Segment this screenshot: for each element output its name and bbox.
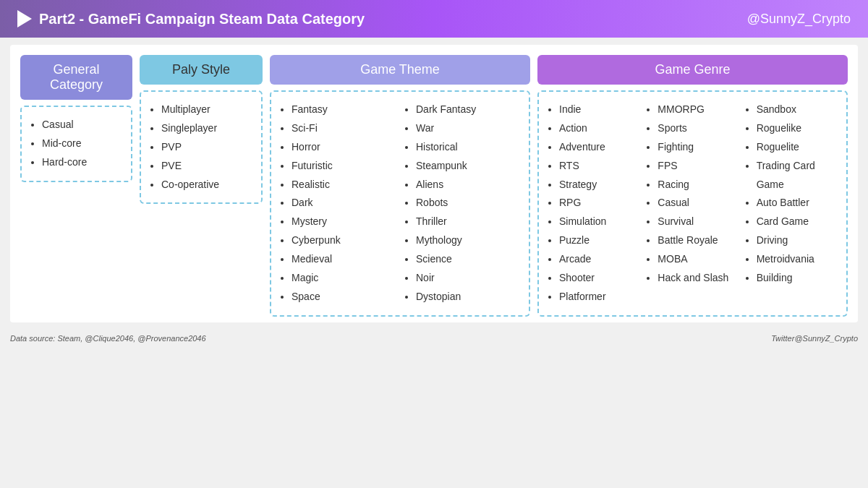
list-item: Battle Royale bbox=[658, 231, 740, 250]
list-item: Dark bbox=[292, 194, 397, 213]
list-item: Mystery bbox=[292, 213, 397, 231]
list-item: Strategy bbox=[559, 176, 642, 194]
theme-col1: Fantasy Sci-Fi Horror Futuristic Realist… bbox=[278, 100, 397, 307]
list-item: Multiplayer bbox=[161, 100, 254, 119]
list-item: Noir bbox=[416, 269, 522, 288]
list-item: RPG bbox=[559, 194, 642, 213]
list-item: Card Game bbox=[757, 213, 839, 231]
footer-source: Data source: Steam, @Clique2046, @Proven… bbox=[10, 334, 206, 343]
list-item: PVP bbox=[161, 138, 254, 157]
col-genre: Game Genre Indie Action Adventure RTS St… bbox=[537, 55, 848, 317]
header-handle: @SunnyZ_Crypto bbox=[747, 12, 851, 27]
list-item: Shooter bbox=[559, 269, 642, 288]
list-item: Historical bbox=[416, 138, 522, 157]
theme-col2: Dark Fantasy War Historical Steampunk Al… bbox=[403, 100, 522, 307]
list-item: PVE bbox=[161, 157, 254, 176]
list-item: Trading Card Game bbox=[757, 157, 839, 194]
list-item: Hack and Slash bbox=[658, 269, 740, 288]
list-item: Driving bbox=[757, 231, 839, 250]
footer: Data source: Steam, @Clique2046, @Proven… bbox=[0, 330, 868, 344]
list-item: War bbox=[416, 119, 522, 138]
list-item: Co-operative bbox=[161, 176, 254, 194]
list-item: Casual bbox=[42, 116, 124, 134]
list-item: Roguelite bbox=[757, 138, 839, 157]
list-item: Robots bbox=[416, 194, 522, 213]
general-header: General Category bbox=[20, 55, 132, 100]
genre-header: Game Genre bbox=[537, 55, 848, 85]
list-item: MMORPG bbox=[658, 100, 740, 119]
list-item: Horror bbox=[292, 138, 397, 157]
list-item: Space bbox=[292, 288, 397, 307]
main-content: General Category Casual Mid-core Hard-co… bbox=[10, 45, 858, 322]
list-item: Singleplayer bbox=[161, 119, 254, 138]
genre-inner: Indie Action Adventure RTS Strategy RPG … bbox=[546, 100, 839, 307]
list-item: Sports bbox=[658, 119, 740, 138]
list-item: Sandbox bbox=[757, 100, 839, 119]
play-box: Multiplayer Singleplayer PVP PVE Co-oper… bbox=[140, 90, 263, 204]
play-icon bbox=[17, 10, 32, 27]
list-item: Adventure bbox=[559, 138, 642, 157]
theme-box: Fantasy Sci-Fi Horror Futuristic Realist… bbox=[270, 90, 530, 317]
header: Part2 - GameFi Campaign Steam Data Categ… bbox=[0, 0, 868, 38]
list-item: Futuristic bbox=[292, 157, 397, 176]
genre-list-1: Indie Action Adventure RTS Strategy RPG … bbox=[546, 100, 642, 307]
list-item: Mythology bbox=[416, 231, 522, 250]
list-item: Racing bbox=[658, 176, 740, 194]
list-item: Fighting bbox=[658, 138, 740, 157]
list-item: Fantasy bbox=[292, 100, 397, 119]
play-header: Paly Style bbox=[140, 55, 263, 85]
genre-col1: Indie Action Adventure RTS Strategy RPG … bbox=[546, 100, 642, 307]
list-item: Auto Battler bbox=[757, 194, 839, 213]
list-item: Mid-core bbox=[42, 134, 124, 153]
footer-twitter: Twitter@SunnyZ_Crypto bbox=[771, 334, 858, 343]
theme-list-2: Dark Fantasy War Historical Steampunk Al… bbox=[403, 100, 522, 307]
theme-list-1: Fantasy Sci-Fi Horror Futuristic Realist… bbox=[278, 100, 397, 307]
theme-inner: Fantasy Sci-Fi Horror Futuristic Realist… bbox=[278, 100, 522, 307]
list-item: Sci-Fi bbox=[292, 119, 397, 138]
list-item: Steampunk bbox=[416, 157, 522, 176]
theme-header: Game Theme bbox=[270, 55, 530, 85]
list-item: Survival bbox=[658, 213, 740, 231]
genre-col3: Sandbox Roguelike Roguelite Trading Card… bbox=[744, 100, 839, 307]
list-item: Simulation bbox=[559, 213, 642, 231]
list-item: Realistic bbox=[292, 176, 397, 194]
genre-col2: MMORPG Sports Fighting FPS Racing Casual… bbox=[644, 100, 740, 307]
genre-box: Indie Action Adventure RTS Strategy RPG … bbox=[537, 90, 848, 317]
list-item: Puzzle bbox=[559, 231, 642, 250]
list-item: Aliens bbox=[416, 176, 522, 194]
list-item: Magic bbox=[292, 269, 397, 288]
play-list: Multiplayer Singleplayer PVP PVE Co-oper… bbox=[148, 100, 254, 194]
list-item: RTS bbox=[559, 157, 642, 176]
general-box: Casual Mid-core Hard-core bbox=[20, 106, 132, 182]
list-item: Dystopian bbox=[416, 288, 522, 307]
list-item: Thriller bbox=[416, 213, 522, 231]
list-item: Action bbox=[559, 119, 642, 138]
col-general: General Category Casual Mid-core Hard-co… bbox=[20, 55, 132, 317]
col-theme: Game Theme Fantasy Sci-Fi Horror Futuris… bbox=[270, 55, 530, 317]
list-item: FPS bbox=[658, 157, 740, 176]
columns-wrapper: General Category Casual Mid-core Hard-co… bbox=[20, 55, 848, 317]
list-item: Metroidvania bbox=[757, 250, 839, 269]
list-item: Platformer bbox=[559, 288, 642, 307]
list-item: Arcade bbox=[559, 250, 642, 269]
genre-list-3: Sandbox Roguelike Roguelite Trading Card… bbox=[744, 100, 839, 288]
list-item: Medieval bbox=[292, 250, 397, 269]
header-left: Part2 - GameFi Campaign Steam Data Categ… bbox=[17, 10, 365, 27]
list-item: Hard-core bbox=[42, 153, 124, 172]
list-item: MOBA bbox=[658, 250, 740, 269]
list-item: Cyberpunk bbox=[292, 231, 397, 250]
list-item: Dark Fantasy bbox=[416, 100, 522, 119]
list-item: Roguelike bbox=[757, 119, 839, 138]
list-item: Science bbox=[416, 250, 522, 269]
list-item: Indie bbox=[559, 100, 642, 119]
general-list: Casual Mid-core Hard-core bbox=[29, 116, 124, 172]
col-play: Paly Style Multiplayer Singleplayer PVP … bbox=[140, 55, 263, 317]
list-item: Casual bbox=[658, 194, 740, 213]
header-title: Part2 - GameFi Campaign Steam Data Categ… bbox=[39, 11, 365, 27]
list-item: Building bbox=[757, 269, 839, 288]
genre-list-2: MMORPG Sports Fighting FPS Racing Casual… bbox=[644, 100, 740, 288]
